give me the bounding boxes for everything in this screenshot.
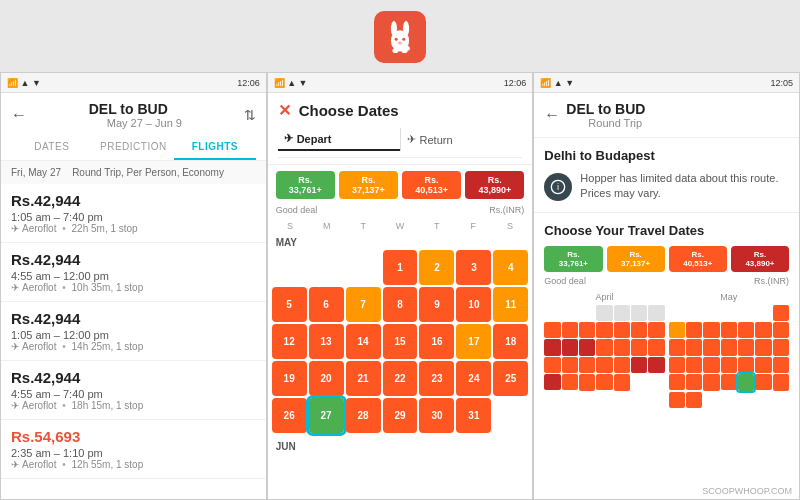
mini-cell[interactable] [562, 357, 578, 373]
mini-cell[interactable] [631, 305, 647, 321]
mini-cell[interactable] [738, 374, 754, 390]
calendar-cell[interactable]: 10 [456, 287, 491, 322]
calendar-cell[interactable]: 8 [383, 287, 418, 322]
mini-cell[interactable] [614, 374, 630, 390]
return-tab[interactable]: ✈ Return [401, 128, 523, 151]
mini-cell[interactable] [596, 357, 612, 373]
mini-cell[interactable] [544, 339, 560, 355]
mini-cell[interactable] [686, 339, 702, 355]
mini-cell[interactable] [648, 357, 664, 373]
mini-cell[interactable] [686, 357, 702, 373]
calendar-cell[interactable]: 12 [272, 324, 307, 359]
mini-cell[interactable] [648, 339, 664, 355]
mini-cell[interactable] [755, 322, 771, 338]
calendar-cell[interactable]: 21 [346, 361, 381, 396]
flight-item[interactable]: Rs.42,944 1:05 am – 7:40 pm ✈ Aeroflot •… [1, 184, 266, 243]
calendar-cell[interactable]: 24 [456, 361, 491, 396]
mini-cell[interactable] [686, 322, 702, 338]
mini-cell[interactable] [773, 357, 789, 373]
calendar-cell[interactable]: 28 [346, 398, 381, 433]
tab-dates[interactable]: DATES [11, 135, 93, 160]
calendar-cell[interactable]: 30 [419, 398, 454, 433]
mini-cell[interactable] [579, 374, 595, 390]
calendar-cell[interactable]: 29 [383, 398, 418, 433]
calendar-cell[interactable]: 9 [419, 287, 454, 322]
calendar-cell[interactable]: 26 [272, 398, 307, 433]
mini-cell[interactable] [738, 339, 754, 355]
mini-cell[interactable] [544, 374, 560, 390]
mini-cell[interactable] [544, 322, 560, 338]
calendar-cell[interactable]: 2 [419, 250, 454, 285]
calendar-cell[interactable]: 27 [309, 398, 344, 433]
mini-cell[interactable] [579, 322, 595, 338]
mini-cell[interactable] [669, 339, 685, 355]
depart-tab[interactable]: ✈ Depart [278, 128, 400, 151]
mini-cell[interactable] [755, 339, 771, 355]
close-button[interactable]: ✕ [278, 101, 291, 120]
calendar-cell[interactable]: 25 [493, 361, 528, 396]
mini-cell[interactable] [562, 339, 578, 355]
mini-cell[interactable] [773, 374, 789, 390]
mini-cell[interactable] [614, 322, 630, 338]
mini-cell[interactable] [596, 339, 612, 355]
mini-cell[interactable] [596, 374, 612, 390]
tab-prediction[interactable]: PREDICTION [93, 135, 175, 160]
mini-cell[interactable] [755, 374, 771, 390]
sort-button[interactable]: ⇅ [244, 107, 256, 123]
calendar-cell[interactable]: 11 [493, 287, 528, 322]
mini-cell[interactable] [773, 339, 789, 355]
mini-cell[interactable] [631, 322, 647, 338]
mini-cell[interactable] [738, 322, 754, 338]
mini-cell[interactable] [721, 357, 737, 373]
mini-cell[interactable] [721, 339, 737, 355]
mini-cell[interactable] [669, 374, 685, 390]
mini-cell[interactable] [579, 339, 595, 355]
mini-cell[interactable] [773, 322, 789, 338]
calendar-cell[interactable]: 17 [456, 324, 491, 359]
mini-cell[interactable] [669, 392, 685, 408]
calendar-cell[interactable]: 6 [309, 287, 344, 322]
mini-cell[interactable] [669, 322, 685, 338]
calendar-cell[interactable]: 23 [419, 361, 454, 396]
calendar-cell[interactable]: 1 [383, 250, 418, 285]
mini-cell[interactable] [738, 357, 754, 373]
calendar-cell[interactable]: 31 [456, 398, 491, 433]
mini-cell[interactable] [773, 305, 789, 321]
calendar-cell[interactable]: 4 [493, 250, 528, 285]
mini-cell[interactable] [755, 357, 771, 373]
calendar-cell[interactable]: 20 [309, 361, 344, 396]
tab-flights[interactable]: FLIGHTS [174, 135, 256, 160]
mini-cell[interactable] [721, 322, 737, 338]
flight-item[interactable]: Rs.42,944 4:55 am – 12:00 pm ✈ Aeroflot … [1, 243, 266, 302]
mini-cell[interactable] [614, 305, 630, 321]
calendar-cell[interactable]: 22 [383, 361, 418, 396]
mini-cell[interactable] [614, 339, 630, 355]
mini-cell[interactable] [596, 322, 612, 338]
back-button-1[interactable]: ← [11, 106, 27, 124]
mini-cell[interactable] [579, 357, 595, 373]
calendar-cell[interactable]: 7 [346, 287, 381, 322]
mini-cell[interactable] [648, 305, 664, 321]
mini-cell[interactable] [562, 374, 578, 390]
flight-item[interactable]: Rs.42,944 4:55 am – 7:40 pm ✈ Aeroflot •… [1, 361, 266, 420]
back-button-3[interactable]: ← [544, 106, 560, 124]
mini-cell[interactable] [721, 374, 737, 390]
flight-item[interactable]: Rs.54,693 2:35 am – 1:10 pm ✈ Aeroflot •… [1, 420, 266, 479]
mini-cell[interactable] [703, 339, 719, 355]
mini-cell[interactable] [703, 357, 719, 373]
mini-cell[interactable] [703, 374, 719, 390]
mini-cell[interactable] [596, 305, 612, 321]
calendar-cell[interactable]: 15 [383, 324, 418, 359]
calendar-cell[interactable]: 19 [272, 361, 307, 396]
mini-cell[interactable] [703, 322, 719, 338]
calendar-cell[interactable]: 16 [419, 324, 454, 359]
mini-cell[interactable] [648, 322, 664, 338]
calendar-cell[interactable]: 3 [456, 250, 491, 285]
mini-cell[interactable] [631, 339, 647, 355]
mini-cell[interactable] [631, 357, 647, 373]
mini-cell[interactable] [614, 357, 630, 373]
calendar-cell[interactable]: 14 [346, 324, 381, 359]
calendar-cell[interactable]: 5 [272, 287, 307, 322]
mini-cell[interactable] [669, 357, 685, 373]
mini-cell[interactable] [544, 357, 560, 373]
